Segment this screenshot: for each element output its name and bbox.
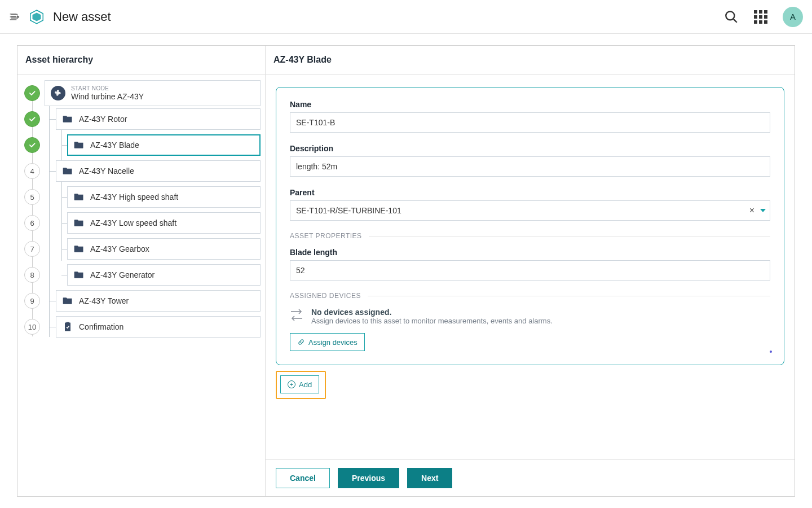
previous-button[interactable]: Previous <box>338 468 399 488</box>
hierarchy-step[interactable]: 9AZ-43Y Tower <box>17 288 265 314</box>
hierarchy-node[interactable]: START NODEWind turbine AZ-43Y <box>45 80 261 106</box>
step-number: 8 <box>24 267 40 283</box>
hierarchy-step[interactable]: 8AZ-43Y Generator <box>17 262 265 288</box>
panel-container: Asset hierarchy START NODEWind turbine A… <box>17 45 795 497</box>
top-bar: New asset A <box>0 0 812 34</box>
plus-circle-icon: + <box>288 380 295 388</box>
top-bar-left: New asset <box>9 8 111 25</box>
hierarchy-node[interactable]: AZ-43Y Blade <box>67 134 261 156</box>
hierarchy-step[interactable]: 6AZ-43Y Low speed shaft <box>17 210 265 236</box>
blade-length-label: Blade length <box>290 248 770 257</box>
hierarchy-node[interactable]: AZ-43Y Nacelle <box>56 160 261 182</box>
step-number: 5 <box>24 189 40 205</box>
hierarchy-step[interactable]: START NODEWind turbine AZ-43Y <box>17 80 265 106</box>
hierarchy-step[interactable]: 10Confirmation <box>17 314 265 340</box>
assign-devices-label: Assign devices <box>308 338 358 347</box>
no-devices-title: No devices assigned. <box>311 308 553 317</box>
decorative-dot <box>770 351 772 353</box>
cancel-button[interactable]: Cancel <box>276 468 330 488</box>
add-highlight: + Add <box>276 371 326 399</box>
hierarchy-node[interactable]: Confirmation <box>56 316 261 338</box>
hierarchy-step[interactable]: 7AZ-43Y Gearbox <box>17 236 265 262</box>
form-card: Name Description Parent × <box>276 87 784 365</box>
step-check-icon <box>24 137 40 153</box>
main-panel: AZ-43Y Blade Name Description Parent <box>266 46 795 496</box>
field-parent: Parent × <box>290 188 770 221</box>
form-scroll: Name Description Parent × <box>266 75 795 459</box>
search-icon[interactable] <box>724 10 739 24</box>
svg-line-3 <box>734 19 737 22</box>
parent-select[interactable] <box>290 200 770 221</box>
field-name: Name <box>290 100 770 133</box>
hierarchy-node[interactable]: AZ-43Y Low speed shaft <box>67 212 261 234</box>
page-title: New asset <box>53 10 111 24</box>
add-label: Add <box>299 380 312 389</box>
side-panel: Asset hierarchy START NODEWind turbine A… <box>17 46 266 496</box>
step-number: 9 <box>24 293 40 309</box>
app-logo-icon <box>28 8 45 25</box>
name-input[interactable] <box>290 112 770 133</box>
next-button[interactable]: Next <box>407 468 452 488</box>
step-number: 10 <box>24 319 40 335</box>
tree-trunk-2 <box>61 120 62 261</box>
hierarchy-step[interactable]: 4AZ-43Y Nacelle <box>17 158 265 184</box>
hierarchy-node[interactable]: AZ-43Y Generator <box>67 264 261 286</box>
hierarchy-step[interactable]: AZ-43Y Blade <box>17 132 265 158</box>
field-description: Description <box>290 144 770 177</box>
step-number: 6 <box>24 215 40 231</box>
svg-point-2 <box>726 11 734 20</box>
blade-length-input[interactable] <box>290 260 770 281</box>
app-switcher-icon[interactable] <box>753 10 768 24</box>
form-footer: Cancel Previous Next <box>266 459 795 496</box>
hierarchy-step[interactable]: 5AZ-43Y High speed shaft <box>17 184 265 210</box>
step-number: 7 <box>24 241 40 257</box>
assign-devices-button[interactable]: Assign devices <box>290 333 365 351</box>
link-icon <box>297 338 305 346</box>
step-check-icon <box>24 111 40 127</box>
top-bar-right: A <box>724 7 803 27</box>
hierarchy-step[interactable]: AZ-43Y Rotor <box>17 106 265 132</box>
no-devices-subtitle: Assign devices to this asset to monitor … <box>311 317 553 325</box>
user-avatar[interactable]: A <box>783 7 803 27</box>
no-devices-block: No devices assigned. Assign devices to t… <box>290 308 770 325</box>
parent-dropdown-icon[interactable] <box>760 209 766 212</box>
assigned-devices-header: ASSIGNED DEVICES <box>290 292 770 300</box>
asset-properties-header: ASSET PROPERTIES <box>290 232 770 240</box>
workspace: Asset hierarchy START NODEWind turbine A… <box>0 34 812 508</box>
hierarchy-node[interactable]: AZ-43Y Tower <box>56 290 261 312</box>
description-input[interactable] <box>290 156 770 177</box>
field-blade-length: Blade length <box>290 248 770 281</box>
hierarchy-node[interactable]: AZ-43Y High speed shaft <box>67 186 261 208</box>
step-check-icon <box>24 85 40 101</box>
parent-clear-icon[interactable]: × <box>747 203 757 218</box>
hierarchy-tree: START NODEWind turbine AZ-43YAZ-43Y Roto… <box>17 75 265 351</box>
svg-marker-1 <box>33 12 41 21</box>
asset-properties-text: ASSET PROPERTIES <box>290 232 362 240</box>
hierarchy-node[interactable]: AZ-43Y Rotor <box>56 108 261 130</box>
parent-label: Parent <box>290 188 770 197</box>
form-title: AZ-43Y Blade <box>266 46 795 75</box>
side-panel-title: Asset hierarchy <box>17 46 265 75</box>
hierarchy-node[interactable]: AZ-43Y Gearbox <box>67 238 261 260</box>
assigned-devices-text: ASSIGNED DEVICES <box>290 292 361 300</box>
add-button[interactable]: + Add <box>280 375 319 393</box>
menu-toggle-icon[interactable] <box>9 11 20 23</box>
description-label: Description <box>290 144 770 153</box>
swap-arrows-icon <box>290 308 303 321</box>
name-label: Name <box>290 100 770 109</box>
step-number: 4 <box>24 163 40 179</box>
